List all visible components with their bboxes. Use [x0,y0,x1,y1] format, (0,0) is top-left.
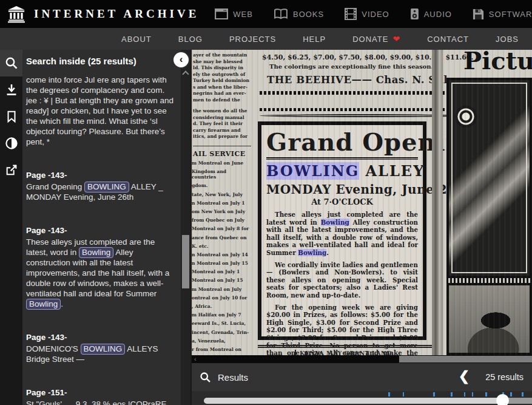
results-label: Results [218,372,248,383]
newspaper-line: Montreal on July 1 [192,269,251,274]
newspaper-line: K. etc. [192,243,251,249]
subnav-jobs[interactable]: JOBS [496,35,519,44]
highlighted-term: Bowling [298,249,326,256]
ad-paragraph-2: We cordially invite ladies and gentlemen… [266,261,418,299]
slider-thumb[interactable] [496,394,509,405]
newspaper-line: considering manual [193,115,251,121]
result-page-label: Page -143- [26,332,175,342]
subnav-label: CONTACT [427,35,469,44]
newspaper-line: Montreal on July 8 for [192,226,251,231]
newspaper-line: om New York on July [192,209,251,214]
newspaper-line: she may be blessed [193,59,251,66]
subnav-projects[interactable]: PROJECTS [229,35,276,44]
bowling-ad: Grand Opening BOWLING ALLEY MONDAY Eveni… [258,121,426,340]
highlighted-term: Bowling [79,247,113,258]
newspaper-line: Kingdom and countries [192,169,251,180]
nav-web[interactable]: WEB [215,9,253,19]
newspaper-line: Turkey held dominion [193,78,251,84]
highlighted-term: Bowling [26,299,61,310]
search-result-tick[interactable] [522,392,524,396]
horizontal-scrollbar-thumb[interactable] [399,356,532,362]
subnav-contact[interactable]: CONTACT [427,35,469,44]
nav-books[interactable]: BOOKS [274,9,324,19]
nav-software[interactable]: SOFTWARE [473,9,532,20]
newspaper-line: ld. This disparity in [193,65,251,72]
search-result-tick[interactable] [433,392,435,396]
newspaper-line: n Montreal on July 15 [192,260,251,266]
scroll-left-icon[interactable]: ‹ [194,356,197,362]
newspaper-line: tate, New York, July [192,192,251,197]
newspaper-line: ely the outgrowth of [193,72,251,78]
picture-headline: Pictur [463,50,532,75]
internet-archive-logo[interactable]: INTERNET ARCHIVE [0,5,199,23]
subnav-label: ABOUT [121,35,152,44]
search-result-tick[interactable] [403,392,405,396]
subnav-help[interactable]: HELP [303,35,326,44]
highlighted-term: Bowling [321,219,349,226]
sidebar-bookmark-button[interactable] [0,103,22,130]
results-toolbar: Results ❮ 25 results [192,363,532,391]
sidebar-search-button[interactable] [0,50,22,77]
top-navbar: INTERNET ARCHIVE WEB BOOKS [0,0,532,28]
nav-label: SOFTWARE [489,10,532,19]
sidebar-share-button[interactable] [0,157,22,183]
highlighted-term: BOWLING [84,182,129,192]
search-icon [4,56,19,70]
ornate-illustration [446,78,532,278]
slider-track[interactable] [204,398,532,404]
newspaper-line: carry firearms and [193,128,251,134]
contrast-icon [4,136,19,151]
newspaper-line: itics, and prepare for [193,134,251,140]
previous-result-button[interactable]: ❮ [459,370,470,385]
newspaper-line: ontreal on July 10 for [192,295,251,301]
nav-audio[interactable]: AUDIO [410,8,452,20]
search-result-tick[interactable] [510,392,512,396]
sidebar-contrast-button[interactable] [0,130,22,157]
scroll-up-icon[interactable] [182,70,189,77]
heart-icon: ❤ [392,34,400,44]
newspaper-line: s and when the liber- [193,84,251,91]
audio-icon [410,8,419,20]
search-result-item[interactable]: Page -143- These alleys just completed a… [26,225,175,309]
ad-headline: Grand Opening [266,128,418,156]
result-snippet: Grand Opening BOWLING ALLEY _ MONDAY Eve… [26,182,175,202]
ia-building-icon [7,5,25,23]
subnav-donate[interactable]: DONATE ❤ [352,34,400,44]
search-result-item[interactable]: Page -143- Grand Opening BOWLING ALLEY _… [26,170,175,202]
sidebar-download-button[interactable] [0,77,22,103]
newspaper-line: d. They feel it their [193,121,251,128]
highlighted-term: BOWLING [81,344,126,355]
search-result-tick[interactable] [388,392,390,396]
search-result-tick[interactable] [485,392,487,396]
page-slider [192,391,532,405]
panel-scrollbar-thumb[interactable] [182,235,189,288]
search-results-list: come into force Jul ere ang tapers with … [26,75,175,405]
subnav-label: DONATE [352,35,388,44]
search-result-item[interactable]: Page -143- DOMENICO'S BOWLING ALLEYS Bri… [26,332,175,364]
search-result-item[interactable]: Page -151- St."Gouls'.. ...9 3. 38 % eos… [26,387,175,405]
web-icon [215,9,228,19]
video-icon [345,8,357,20]
ad-paragraph-1: These alleys just completed are the late… [266,211,418,257]
results-search-icon [199,371,212,384]
software-icon [473,9,484,20]
internet-archive-bookreader: INTERNET ARCHIVE WEB BOOKS [0,0,532,405]
results-count: 25 results [485,372,524,382]
panel-scrollbar[interactable] [181,50,190,405]
viewer-horizontal-scrollbar[interactable]: ‹ [192,355,532,363]
search-result-item[interactable]: come into force Jul ere ang tapers with … [26,75,175,147]
newspaper-line: ayer of the mountain [193,52,251,59]
nav-video[interactable]: VIDEO [345,8,389,20]
collapse-panel-button[interactable]: ‹ [173,52,189,67]
search-result-tick[interactable] [464,392,466,396]
search-result-tick[interactable] [451,392,453,396]
search-result-tick[interactable] [472,392,474,396]
subnav-label: JOBS [496,35,519,44]
subnav-label: BLOG [178,35,203,44]
book-page-viewer[interactable]: ayer of the mountainshe may be blessedld… [192,50,532,355]
newspaper-line: m Montreal on June [192,160,251,166]
subnav-blog[interactable]: BLOG [178,35,203,44]
subnav-about[interactable]: ABOUT [121,35,152,44]
nav-label: WEB [233,10,253,19]
result-page-label: Page -143- [26,225,175,236]
